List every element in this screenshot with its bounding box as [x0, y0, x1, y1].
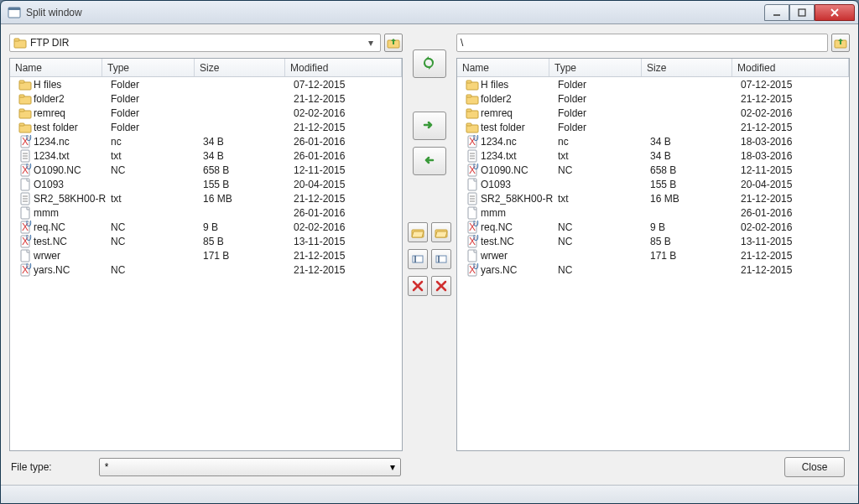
refresh-button[interactable]: [413, 49, 446, 78]
col-modified[interactable]: Modified: [285, 59, 402, 76]
table-row[interactable]: mmm 26-01-2016: [10, 205, 402, 220]
table-row[interactable]: H files Folder 07-12-2015: [457, 77, 849, 91]
txt-icon: [18, 149, 32, 163]
file-modified: 21-12-2015: [736, 193, 849, 205]
col-modified[interactable]: Modified: [732, 59, 849, 76]
file-type: txt: [106, 193, 198, 205]
file-type: NC: [553, 164, 645, 176]
right-listview[interactable]: Name Type Size Modified H files Folder 0…: [456, 58, 850, 451]
rename-left-button[interactable]: [408, 249, 428, 269]
file-modified: 18-03-2016: [736, 136, 849, 148]
table-row[interactable]: remreq Folder 02-02-2016: [457, 106, 849, 120]
file-type: Folder: [106, 107, 198, 119]
table-row[interactable]: yars.NC NC 21-12-2015: [457, 262, 849, 277]
file-type: NC: [106, 221, 198, 233]
table-row[interactable]: test folder Folder 21-12-2015: [457, 120, 849, 134]
table-row[interactable]: test.NC NC 85 B 13-11-2015: [457, 234, 849, 248]
folder-icon: [18, 78, 32, 91]
open-left-button[interactable]: [408, 222, 428, 242]
file-name: 1234.nc: [481, 136, 517, 148]
txt-icon: [466, 149, 479, 163]
table-row[interactable]: req.NC NC 9 B 02-02-2016: [10, 220, 402, 234]
file-type: Folder: [106, 93, 198, 105]
file-modified: 21-12-2015: [736, 122, 849, 133]
table-row[interactable]: test folder Folder 21-12-2015: [10, 120, 402, 134]
left-path-combo[interactable]: FTP DIR ▾: [9, 34, 381, 52]
table-row[interactable]: req.NC NC 9 B 02-02-2016: [457, 220, 849, 234]
table-row[interactable]: 1234.txt txt 34 B 18-03-2016: [457, 148, 849, 163]
col-type[interactable]: Type: [102, 59, 195, 76]
file-modified: 02-02-2016: [289, 107, 402, 119]
table-row[interactable]: 1234.txt txt 34 B 26-01-2016: [10, 148, 402, 163]
rename-right-button[interactable]: [431, 249, 451, 269]
col-type[interactable]: Type: [549, 59, 642, 76]
file-size: 34 B: [198, 150, 289, 162]
table-row[interactable]: O1090.NC NC 658 B 12-11-2015: [10, 163, 402, 177]
file-modified: 21-12-2015: [736, 264, 849, 276]
delete-right-button[interactable]: [431, 276, 451, 296]
copy-left-button[interactable]: [413, 147, 446, 175]
file-type: NC: [553, 236, 645, 247]
file-modified: 21-12-2015: [289, 122, 402, 133]
copy-right-button[interactable]: [413, 112, 446, 140]
left-listview[interactable]: Name Type Size Modified H files Folder 0…: [9, 58, 403, 451]
col-size[interactable]: Size: [195, 59, 285, 76]
table-row[interactable]: folder2 Folder 21-12-2015: [10, 91, 402, 106]
table-row[interactable]: remreq Folder 02-02-2016: [10, 106, 402, 120]
table-row[interactable]: folder2 Folder 21-12-2015: [457, 91, 849, 106]
table-row[interactable]: SR2_58KH00-RT... txt 16 MB 21-12-2015: [457, 191, 849, 205]
file-icon: [466, 178, 479, 191]
right-up-button[interactable]: [831, 34, 850, 52]
file-modified: 02-02-2016: [289, 221, 402, 233]
file-name: H files: [34, 79, 61, 91]
minimize-button[interactable]: [764, 4, 789, 21]
table-row[interactable]: O1090.NC NC 658 B 12-11-2015: [457, 163, 849, 177]
table-row[interactable]: test.NC NC 85 B 13-11-2015: [10, 234, 402, 248]
maximize-button[interactable]: [789, 4, 815, 21]
file-name: test.NC: [34, 236, 67, 247]
table-row[interactable]: yars.NC NC 21-12-2015: [10, 262, 402, 277]
col-name[interactable]: Name: [10, 59, 102, 76]
right-path-combo[interactable]: \: [456, 34, 828, 52]
titlebar[interactable]: Split window: [1, 1, 858, 24]
table-row[interactable]: SR2_58KH00-R... txt 16 MB 21-12-2015: [10, 191, 402, 205]
open-right-button[interactable]: [431, 222, 451, 242]
file-name: yars.NC: [34, 264, 70, 276]
file-type: Folder: [553, 107, 645, 119]
table-row[interactable]: O1093 155 B 20-04-2015: [10, 177, 402, 191]
file-name: remreq: [34, 107, 65, 119]
file-modified: 07-12-2015: [289, 79, 402, 91]
col-name[interactable]: Name: [457, 59, 549, 76]
filetype-combo[interactable]: * ▾: [99, 458, 401, 476]
file-modified: 26-01-2016: [289, 136, 402, 148]
left-up-button[interactable]: [384, 34, 403, 52]
close-window-button[interactable]: [815, 4, 855, 21]
file-modified: 13-11-2015: [289, 236, 402, 247]
col-size[interactable]: Size: [642, 59, 732, 76]
file-name: SR2_58KH00-RT...: [481, 193, 553, 205]
file-modified: 02-02-2016: [736, 107, 849, 119]
table-row[interactable]: mmm 26-01-2016: [457, 205, 849, 220]
table-row[interactable]: O1093 155 B 20-04-2015: [457, 177, 849, 191]
table-row[interactable]: H files Folder 07-12-2015: [10, 77, 402, 91]
right-path-text: \: [461, 37, 824, 49]
file-type: nc: [106, 136, 198, 148]
table-row[interactable]: wrwer 171 B 21-12-2015: [10, 248, 402, 262]
file-modified: 12-11-2015: [289, 164, 402, 176]
folder-icon: [466, 107, 479, 120]
file-name: H files: [481, 79, 508, 91]
file-size: 658 B: [645, 164, 736, 176]
delete-left-button[interactable]: [408, 276, 428, 296]
folder-icon: [18, 107, 32, 120]
nc-icon: [466, 135, 479, 148]
table-row[interactable]: 1234.nc nc 34 B 18-03-2016: [457, 134, 849, 148]
file-type: NC: [553, 221, 645, 233]
left-pane: FTP DIR ▾ Name Type Size Modified H file…: [9, 33, 403, 451]
file-modified: 02-02-2016: [736, 221, 849, 233]
close-button[interactable]: Close: [784, 457, 845, 477]
table-row[interactable]: 1234.nc nc 34 B 26-01-2016: [10, 134, 402, 148]
file-name: O1093: [34, 179, 64, 190]
table-row[interactable]: wrwer 171 B 21-12-2015: [457, 248, 849, 262]
file-type: Folder: [553, 93, 645, 105]
nc-icon: [18, 135, 32, 148]
